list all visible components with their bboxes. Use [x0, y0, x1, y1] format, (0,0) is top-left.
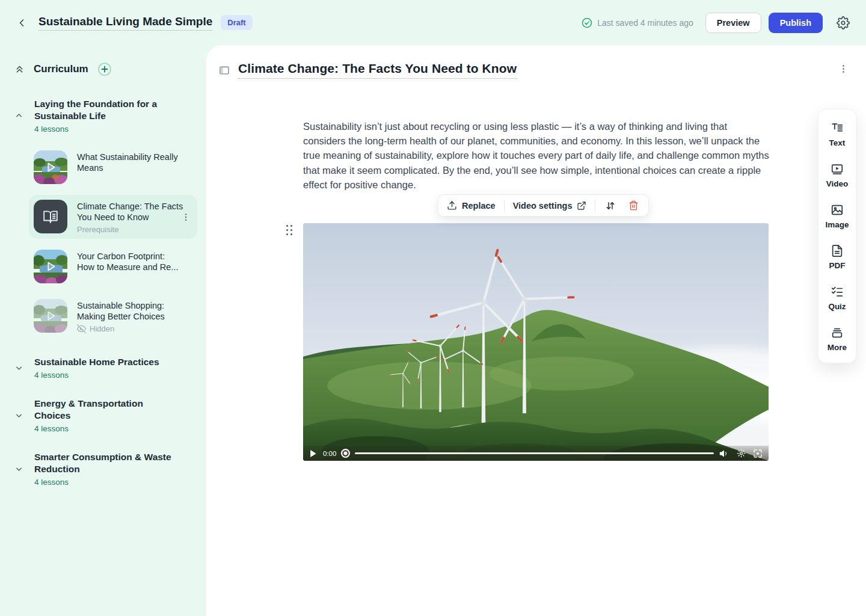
more-icon — [831, 326, 844, 339]
play-icon — [34, 250, 67, 283]
back-button[interactable] — [13, 14, 30, 31]
lesson-title: What Sustainability Really Means — [77, 152, 184, 173]
text-icon — [831, 122, 844, 135]
toolbar-divider — [595, 200, 595, 212]
kebab-menu-icon — [838, 64, 849, 74]
tool-pdf[interactable]: PDF — [829, 244, 846, 270]
section-header[interactable]: Energy & Transportation Choices 4 lesson… — [0, 398, 206, 433]
upload-icon — [447, 200, 457, 211]
scrubber-handle[interactable] — [341, 449, 350, 458]
play-button[interactable] — [309, 449, 318, 458]
gear-icon — [837, 16, 850, 29]
lesson-title: Your Carbon Footprint: How to Measure an… — [77, 251, 184, 273]
progress-bar[interactable] — [355, 452, 714, 454]
video-block-toolbar: Replace Video settings — [438, 194, 649, 217]
save-status: Last saved 4 minutes ago — [582, 17, 693, 28]
panel-left-icon — [218, 64, 230, 76]
play-icon — [34, 299, 67, 333]
video-icon — [831, 162, 844, 176]
double-chevron-up-icon — [14, 64, 25, 75]
video-block[interactable]: 0:00 — [303, 223, 769, 461]
course-title[interactable]: Sustainable Living Made Simple — [38, 15, 212, 31]
kebab-menu-icon — [181, 212, 191, 222]
play-icon — [34, 150, 67, 184]
status-badge: Draft — [221, 15, 252, 30]
pdf-icon — [831, 244, 844, 257]
section-header[interactable]: Laying the Foundation for a Sustainable … — [0, 98, 206, 134]
chevron-down-icon[interactable] — [14, 411, 23, 420]
tool-label: More — [828, 343, 847, 352]
save-status-text: Last saved 4 minutes ago — [597, 18, 693, 28]
tool-label: Text — [829, 138, 846, 147]
chevron-down-icon[interactable] — [14, 464, 23, 473]
lesson-thumbnail — [34, 250, 67, 283]
block-drag-handle[interactable] — [286, 225, 296, 238]
topbar: Sustainable Living Made Simple Draft Las… — [0, 0, 866, 45]
page-title[interactable]: Climate Change: The Facts You Need to Kn… — [238, 61, 517, 79]
lesson-item-climate-change[interactable]: Climate Change: The Facts You Need to Kn… — [29, 195, 197, 239]
tool-label: PDF — [829, 261, 846, 270]
lesson-options-button[interactable] — [836, 61, 850, 76]
preview-button[interactable]: Preview — [705, 13, 761, 33]
lesson-title: Climate Change: The Facts You Need to Kn… — [77, 201, 184, 223]
section-lesson-count: 4 lessons — [34, 125, 179, 134]
tool-more[interactable]: More — [828, 326, 847, 352]
video-poster-wind-turbines — [303, 223, 769, 461]
delete-block-button[interactable] — [625, 198, 641, 214]
trash-icon — [628, 200, 639, 211]
tool-label: Image — [825, 220, 849, 229]
section-lesson-count: 4 lessons — [34, 478, 179, 487]
sidebar-toggle-button[interactable] — [218, 64, 231, 77]
tool-video[interactable]: Video — [826, 162, 849, 188]
lesson-menu-button[interactable] — [179, 211, 192, 224]
lesson-meta-text: Hidden — [90, 324, 114, 333]
lesson-title: Sustainable Shopping: Making Better Choi… — [77, 300, 184, 322]
video-settings-button[interactable]: Video settings — [512, 199, 588, 213]
tool-quiz[interactable]: Quiz — [828, 285, 846, 311]
chevron-left-icon — [16, 17, 28, 29]
video-controls-bar: 0:00 — [303, 446, 769, 461]
curriculum-section: Smarter Consumption & Waste Reduction 4 … — [0, 451, 206, 487]
lesson-thumbnail — [34, 150, 67, 184]
curriculum-section: Sustainable Home Practices 4 lessons — [0, 356, 206, 380]
quiz-icon — [831, 285, 844, 298]
volume-button[interactable] — [719, 448, 729, 459]
lesson-item-carbon-footprint[interactable]: Your Carbon Footprint: How to Measure an… — [29, 245, 197, 288]
section-title: Laying the Foundation for a Sustainable … — [34, 98, 179, 122]
chevron-down-icon[interactable] — [14, 363, 23, 372]
sort-arrows-icon — [605, 200, 616, 211]
curriculum-section: Laying the Foundation for a Sustainable … — [0, 98, 206, 338]
settings-button[interactable] — [834, 13, 853, 32]
lesson-item-what-sustainability[interactable]: What Sustainability Really Means — [29, 146, 197, 189]
replace-button[interactable]: Replace — [446, 198, 497, 213]
image-icon — [831, 203, 844, 217]
publish-button[interactable]: Publish — [769, 13, 823, 33]
plus-circle-icon — [97, 62, 112, 76]
curriculum-sidebar: Curriculum Laying the Foundation for a S… — [0, 45, 206, 616]
lesson-item-sustainable-shopping[interactable]: Sustainable Shopping: Making Better Choi… — [29, 294, 197, 338]
tool-text[interactable]: Text — [829, 122, 846, 147]
section-lesson-count: 4 lessons — [34, 371, 179, 380]
external-link-icon — [577, 201, 586, 211]
toolbar-divider — [504, 200, 505, 212]
section-title: Sustainable Home Practices — [34, 356, 179, 368]
section-header[interactable]: Smarter Consumption & Waste Reduction 4 … — [0, 451, 206, 487]
section-title: Energy & Transportation Choices — [34, 398, 179, 422]
check-circle-icon — [582, 17, 592, 28]
add-section-button[interactable] — [97, 62, 112, 76]
collapse-all-button[interactable] — [14, 64, 25, 75]
lesson-thumbnail — [34, 200, 67, 233]
fullscreen-button[interactable] — [752, 448, 763, 459]
lesson-meta-prerequisite: Prerequisite — [77, 225, 184, 234]
move-block-button[interactable] — [603, 198, 618, 214]
section-lesson-count: 4 lessons — [34, 424, 179, 433]
tool-image[interactable]: Image — [825, 203, 849, 229]
chevron-up-icon[interactable] — [14, 111, 23, 120]
player-settings-button[interactable] — [735, 448, 746, 459]
section-title: Smarter Consumption & Waste Reduction — [34, 451, 179, 475]
lesson-editor-panel: Climate Change: The Facts You Need to Kn… — [206, 45, 866, 616]
lesson-intro-paragraph[interactable]: Sustainability isn’t just about recyclin… — [303, 119, 770, 192]
insert-block-panel: Text Video Image PDF Quiz More — [818, 109, 856, 363]
curriculum-section: Energy & Transportation Choices 4 lesson… — [0, 398, 206, 433]
section-header[interactable]: Sustainable Home Practices 4 lessons — [0, 356, 206, 380]
